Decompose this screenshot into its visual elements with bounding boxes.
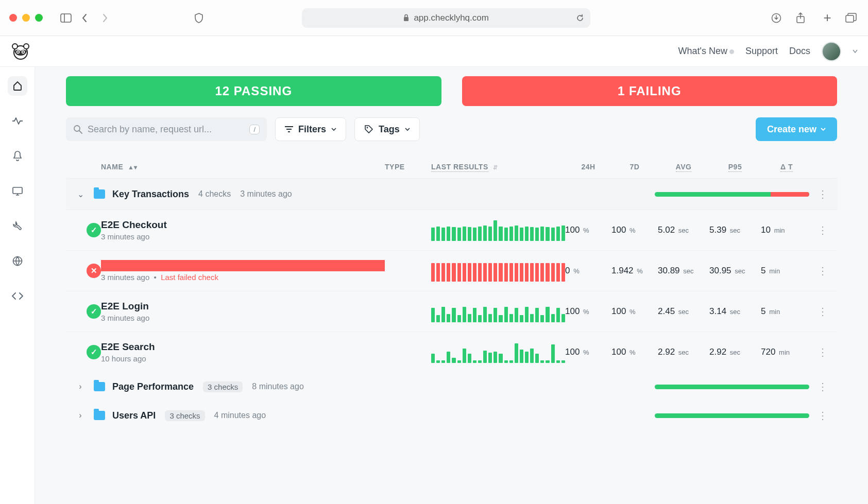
status-summary: 12 PASSING 1 FAILING	[66, 76, 837, 106]
chevron-down-icon	[405, 128, 410, 131]
nav-dashboards[interactable]	[8, 181, 27, 201]
check-icon: ✓	[87, 223, 101, 237]
svg-rect-13	[13, 187, 22, 194]
metric-7d: 100 %	[611, 347, 658, 357]
passing-pill[interactable]: 12 PASSING	[66, 76, 441, 106]
more-icon[interactable]: ⋮	[812, 346, 833, 358]
group-progress	[655, 385, 809, 389]
more-icon[interactable]: ⋮	[812, 265, 833, 277]
svg-point-8	[24, 44, 29, 49]
main-content: 12 PASSING 1 FAILING / Filters	[35, 67, 868, 504]
nav-network[interactable]	[8, 251, 27, 271]
check-row[interactable]: ✓ E2E Checkout 3 minutes ago 100 % 100 %…	[66, 210, 837, 250]
shield-icon[interactable]	[194, 13, 208, 23]
chevron-down-icon[interactable]: ⌄	[70, 189, 91, 199]
more-icon[interactable]: ⋮	[812, 224, 833, 236]
check-row[interactable]: ✕ E2E Coupons 3 minutes ago • Last faile…	[66, 250, 837, 291]
sidebar-toggle-icon[interactable]	[60, 13, 74, 23]
back-icon[interactable]	[81, 13, 94, 23]
metric-p95: 30.95 sec	[709, 266, 761, 276]
svg-point-7	[12, 44, 18, 49]
more-icon[interactable]: ⋮	[812, 409, 833, 422]
group-row[interactable]: ⌄ Key Transactions 4 checks 3 minutes ag…	[66, 178, 837, 210]
downloads-icon[interactable]	[771, 13, 785, 23]
chevron-right-icon[interactable]: ›	[70, 382, 91, 391]
metric-avg: 2.45 sec	[658, 306, 709, 317]
col-name[interactable]: NAME ▲▾	[101, 163, 385, 171]
nav-home[interactable]	[8, 76, 27, 96]
toolbar: / Filters Tags Cre	[66, 117, 837, 141]
sort-icon: ⇵	[493, 164, 498, 170]
check-icon: ✓	[87, 304, 101, 319]
avatar[interactable]	[822, 42, 841, 61]
metric-24h: 100 %	[565, 225, 611, 235]
check-name-cell: E2E Search 10 hours ago	[101, 341, 385, 363]
nav-maintenance[interactable]	[8, 216, 27, 236]
group-row[interactable]: › Page Performance 3 checks 8 minutes ag…	[66, 372, 837, 401]
chevron-right-icon[interactable]: ›	[70, 411, 91, 420]
minimize-window-icon[interactable]	[22, 14, 30, 22]
col-7d[interactable]: 7D	[611, 163, 658, 171]
share-icon[interactable]	[796, 12, 809, 24]
more-icon[interactable]: ⋮	[812, 305, 833, 318]
passing-count: 12	[215, 84, 230, 98]
svg-point-11	[17, 51, 19, 53]
docs-link[interactable]: Docs	[789, 46, 810, 57]
col-last-results[interactable]: LAST RESULTS ⇵	[431, 163, 565, 171]
reload-icon[interactable]	[576, 14, 584, 22]
sort-icon: ▲▾	[128, 164, 138, 171]
nav-activity[interactable]	[8, 111, 27, 131]
svg-rect-5	[846, 15, 854, 22]
address-bar[interactable]: app.checklyhq.com	[302, 8, 590, 28]
more-icon[interactable]: ⋮	[812, 188, 833, 200]
col-avg[interactable]: AVG	[658, 163, 709, 171]
checkly-logo[interactable]	[10, 41, 31, 62]
sparkline	[431, 219, 565, 241]
address-url: app.checklyhq.com	[414, 13, 489, 23]
metric-p95: 5.39 sec	[709, 225, 761, 235]
browser-right-controls: +	[771, 10, 859, 26]
svg-point-20	[367, 127, 368, 129]
create-new-button[interactable]: Create new	[756, 117, 837, 141]
notification-dot-icon	[729, 49, 734, 54]
tabs-icon[interactable]	[845, 13, 859, 23]
close-window-icon[interactable]	[9, 14, 17, 22]
window-controls[interactable]	[9, 14, 43, 22]
col-p95[interactable]: P95	[709, 163, 761, 171]
metric-7d: 1.942 %	[611, 266, 658, 276]
metric-dt: 10 min	[761, 225, 812, 235]
chevron-down-icon	[331, 128, 336, 131]
svg-point-12	[22, 51, 24, 53]
check-name-cell: E2E Coupons 3 minutes ago • Last failed …	[101, 260, 385, 282]
group-row[interactable]: › Users API 3 checks 4 minutes ago ⋮	[66, 401, 837, 430]
group-title: Key Transactions 4 checks 3 minutes ago	[112, 189, 652, 200]
metric-24h: 100 %	[565, 306, 611, 317]
table-header: NAME ▲▾ TYPE LAST RESULTS ⇵ 24H 7D AVG P…	[66, 155, 837, 178]
failing-pill[interactable]: 1 FAILING	[462, 76, 838, 106]
check-row[interactable]: ✓ E2E Search 10 hours ago 100 % 100 % 2.…	[66, 332, 837, 372]
new-tab-icon[interactable]: +	[821, 10, 834, 26]
sparkline	[431, 341, 565, 363]
metric-7d: 100 %	[611, 225, 658, 235]
search-input[interactable]	[88, 124, 244, 135]
whats-new-link[interactable]: What's New	[678, 46, 734, 57]
col-24h[interactable]: 24H	[565, 163, 611, 171]
account-menu-chevron-icon[interactable]	[853, 49, 858, 54]
failing-count: 1	[618, 84, 625, 98]
col-type[interactable]: TYPE	[385, 163, 431, 171]
group-title: Page Performance 3 checks 8 minutes ago	[112, 381, 652, 392]
folder-icon	[94, 189, 105, 199]
maximize-window-icon[interactable]	[35, 14, 43, 22]
forward-icon[interactable]	[101, 13, 115, 23]
search-wrapper[interactable]: /	[66, 117, 267, 141]
metric-p95: 3.14 sec	[709, 306, 761, 317]
group-time: 8 minutes ago	[252, 382, 304, 391]
filters-button[interactable]: Filters	[275, 117, 346, 141]
check-row[interactable]: ✓ E2E Login 3 minutes ago 100 % 100 % 2.…	[66, 291, 837, 332]
tags-button[interactable]: Tags	[354, 117, 420, 141]
nav-alerts[interactable]	[8, 146, 27, 166]
support-link[interactable]: Support	[745, 46, 778, 57]
more-icon[interactable]: ⋮	[812, 380, 833, 393]
col-dt[interactable]: Δ T	[761, 163, 812, 171]
nav-code[interactable]	[8, 286, 27, 306]
